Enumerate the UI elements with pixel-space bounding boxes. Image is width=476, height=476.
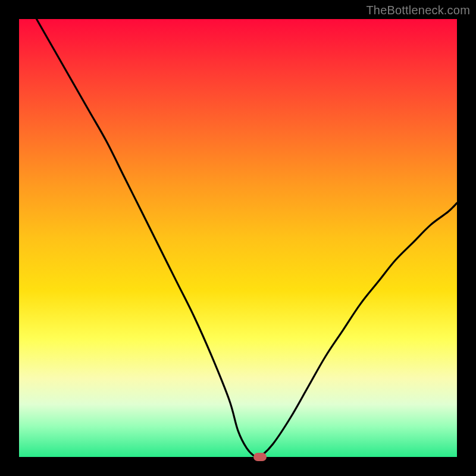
watermark-label: TheBottleneck.com [366,4,470,17]
chart-frame: TheBottleneck.com [0,0,476,476]
minimum-marker [253,453,267,461]
curve-svg [19,19,457,457]
plot-area [19,19,457,457]
bottleneck-curve-path [36,19,457,459]
